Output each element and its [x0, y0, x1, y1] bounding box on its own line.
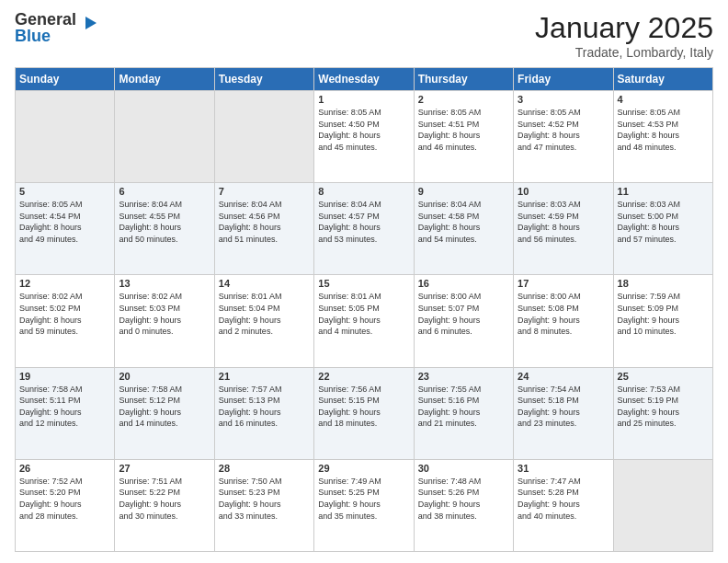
- calendar-subtitle: Tradate, Lombardy, Italy: [535, 45, 713, 60]
- day-number: 23: [418, 371, 509, 382]
- day-number: 30: [418, 463, 509, 474]
- calendar-cell: 13Sunrise: 8:02 AM Sunset: 5:03 PM Dayli…: [115, 275, 214, 367]
- day-info: Sunrise: 7:56 AM Sunset: 5:15 PM Dayligh…: [318, 384, 409, 430]
- calendar-cell: 16Sunrise: 8:00 AM Sunset: 5:07 PM Dayli…: [414, 275, 513, 367]
- logo-blue: Blue: [15, 27, 51, 45]
- calendar-cell: 8Sunrise: 8:04 AM Sunset: 4:57 PM Daylig…: [314, 183, 414, 275]
- calendar-week-3: 12Sunrise: 8:02 AM Sunset: 5:02 PM Dayli…: [16, 275, 713, 367]
- day-number: 9: [418, 186, 509, 197]
- calendar-cell: [214, 91, 313, 183]
- day-number: 27: [119, 463, 210, 474]
- day-info: Sunrise: 7:58 AM Sunset: 5:12 PM Dayligh…: [119, 384, 210, 430]
- col-sunday: Sunday: [16, 68, 115, 91]
- calendar-cell: 18Sunrise: 7:59 AM Sunset: 5:09 PM Dayli…: [613, 275, 712, 367]
- calendar-week-5: 26Sunrise: 7:52 AM Sunset: 5:20 PM Dayli…: [16, 459, 713, 551]
- calendar-cell: 19Sunrise: 7:58 AM Sunset: 5:11 PM Dayli…: [16, 367, 115, 459]
- calendar-cell: 21Sunrise: 7:57 AM Sunset: 5:13 PM Dayli…: [214, 367, 313, 459]
- header-row: Sunday Monday Tuesday Wednesday Thursday…: [16, 68, 713, 91]
- day-info: Sunrise: 7:51 AM Sunset: 5:22 PM Dayligh…: [119, 476, 210, 522]
- day-info: Sunrise: 7:48 AM Sunset: 5:26 PM Dayligh…: [418, 476, 509, 522]
- header: General Blue January 2025 Tradate, Lomba…: [15, 11, 713, 60]
- day-number: 19: [19, 371, 110, 382]
- day-info: Sunrise: 8:03 AM Sunset: 4:59 PM Dayligh…: [518, 199, 609, 245]
- logo: General Blue: [15, 11, 100, 44]
- day-number: 29: [318, 463, 409, 474]
- day-info: Sunrise: 7:59 AM Sunset: 5:09 PM Dayligh…: [618, 291, 709, 337]
- day-info: Sunrise: 7:47 AM Sunset: 5:28 PM Dayligh…: [518, 476, 609, 522]
- col-friday: Friday: [514, 68, 613, 91]
- day-info: Sunrise: 7:50 AM Sunset: 5:23 PM Dayligh…: [219, 476, 310, 522]
- svg-marker-0: [85, 17, 97, 29]
- calendar-cell: 4Sunrise: 8:05 AM Sunset: 4:53 PM Daylig…: [613, 91, 712, 183]
- day-number: 11: [618, 186, 709, 197]
- day-info: Sunrise: 7:58 AM Sunset: 5:11 PM Dayligh…: [19, 384, 110, 430]
- calendar-cell: 31Sunrise: 7:47 AM Sunset: 5:28 PM Dayli…: [514, 459, 613, 551]
- calendar-cell: 17Sunrise: 8:00 AM Sunset: 5:08 PM Dayli…: [514, 275, 613, 367]
- day-number: 26: [19, 463, 110, 474]
- calendar-cell: 3Sunrise: 8:05 AM Sunset: 4:52 PM Daylig…: [514, 91, 613, 183]
- day-number: 4: [618, 94, 709, 105]
- calendar-cell: 9Sunrise: 8:04 AM Sunset: 4:58 PM Daylig…: [414, 183, 513, 275]
- day-number: 1: [318, 94, 409, 105]
- day-number: 7: [219, 186, 310, 197]
- day-info: Sunrise: 7:52 AM Sunset: 5:20 PM Dayligh…: [19, 476, 110, 522]
- day-info: Sunrise: 8:00 AM Sunset: 5:08 PM Dayligh…: [518, 291, 609, 337]
- calendar-cell: 23Sunrise: 7:55 AM Sunset: 5:16 PM Dayli…: [414, 367, 513, 459]
- day-number: 6: [119, 186, 210, 197]
- calendar-cell: 12Sunrise: 8:02 AM Sunset: 5:02 PM Dayli…: [16, 275, 115, 367]
- day-number: 12: [19, 278, 110, 289]
- day-number: 28: [219, 463, 310, 474]
- calendar-week-2: 5Sunrise: 8:05 AM Sunset: 4:54 PM Daylig…: [16, 183, 713, 275]
- day-info: Sunrise: 8:04 AM Sunset: 4:57 PM Dayligh…: [318, 199, 409, 245]
- col-monday: Monday: [115, 68, 214, 91]
- day-number: 13: [119, 278, 210, 289]
- calendar-week-4: 19Sunrise: 7:58 AM Sunset: 5:11 PM Dayli…: [16, 367, 713, 459]
- calendar-week-1: 1Sunrise: 8:05 AM Sunset: 4:50 PM Daylig…: [16, 91, 713, 183]
- calendar-cell: [613, 459, 712, 551]
- day-info: Sunrise: 8:05 AM Sunset: 4:52 PM Dayligh…: [518, 107, 609, 153]
- day-number: 2: [418, 94, 509, 105]
- calendar-cell: 20Sunrise: 7:58 AM Sunset: 5:12 PM Dayli…: [115, 367, 214, 459]
- day-info: Sunrise: 8:05 AM Sunset: 4:50 PM Dayligh…: [318, 107, 409, 153]
- day-info: Sunrise: 8:05 AM Sunset: 4:53 PM Dayligh…: [618, 107, 709, 153]
- day-info: Sunrise: 7:57 AM Sunset: 5:13 PM Dayligh…: [219, 384, 310, 430]
- col-thursday: Thursday: [414, 68, 513, 91]
- day-info: Sunrise: 8:05 AM Sunset: 4:51 PM Dayligh…: [418, 107, 509, 153]
- calendar-cell: 7Sunrise: 8:04 AM Sunset: 4:56 PM Daylig…: [214, 183, 313, 275]
- calendar-cell: 25Sunrise: 7:53 AM Sunset: 5:19 PM Dayli…: [613, 367, 712, 459]
- day-number: 15: [318, 278, 409, 289]
- day-number: 24: [518, 371, 609, 382]
- day-number: 22: [318, 371, 409, 382]
- calendar-cell: 24Sunrise: 7:54 AM Sunset: 5:18 PM Dayli…: [514, 367, 613, 459]
- day-number: 17: [518, 278, 609, 289]
- calendar-cell: 26Sunrise: 7:52 AM Sunset: 5:20 PM Dayli…: [16, 459, 115, 551]
- calendar-cell: [16, 91, 115, 183]
- calendar-cell: 2Sunrise: 8:05 AM Sunset: 4:51 PM Daylig…: [414, 91, 513, 183]
- calendar-title: January 2025: [535, 11, 713, 45]
- col-saturday: Saturday: [613, 68, 712, 91]
- day-number: 18: [618, 278, 709, 289]
- logo-general: General: [15, 10, 76, 29]
- day-info: Sunrise: 8:04 AM Sunset: 4:55 PM Dayligh…: [119, 199, 210, 245]
- day-number: 8: [318, 186, 409, 197]
- day-info: Sunrise: 7:55 AM Sunset: 5:16 PM Dayligh…: [418, 384, 509, 430]
- calendar-cell: 22Sunrise: 7:56 AM Sunset: 5:15 PM Dayli…: [314, 367, 414, 459]
- calendar-cell: 14Sunrise: 8:01 AM Sunset: 5:04 PM Dayli…: [214, 275, 313, 367]
- calendar-cell: 10Sunrise: 8:03 AM Sunset: 4:59 PM Dayli…: [514, 183, 613, 275]
- day-info: Sunrise: 8:01 AM Sunset: 5:04 PM Dayligh…: [219, 291, 310, 337]
- day-info: Sunrise: 8:03 AM Sunset: 5:00 PM Dayligh…: [618, 199, 709, 245]
- day-info: Sunrise: 8:00 AM Sunset: 5:07 PM Dayligh…: [418, 291, 509, 337]
- logo-text: General Blue: [15, 11, 76, 44]
- calendar-cell: 1Sunrise: 8:05 AM Sunset: 4:50 PM Daylig…: [314, 91, 414, 183]
- day-info: Sunrise: 7:53 AM Sunset: 5:19 PM Dayligh…: [618, 384, 709, 430]
- col-tuesday: Tuesday: [214, 68, 313, 91]
- calendar-cell: 11Sunrise: 8:03 AM Sunset: 5:00 PM Dayli…: [613, 183, 712, 275]
- day-info: Sunrise: 8:02 AM Sunset: 5:02 PM Dayligh…: [19, 291, 110, 337]
- day-info: Sunrise: 8:02 AM Sunset: 5:03 PM Dayligh…: [119, 291, 210, 337]
- day-number: 20: [119, 371, 210, 382]
- day-number: 5: [19, 186, 110, 197]
- calendar-cell: 29Sunrise: 7:49 AM Sunset: 5:25 PM Dayli…: [314, 459, 414, 551]
- day-number: 3: [518, 94, 609, 105]
- col-wednesday: Wednesday: [314, 68, 414, 91]
- day-info: Sunrise: 7:49 AM Sunset: 5:25 PM Dayligh…: [318, 476, 409, 522]
